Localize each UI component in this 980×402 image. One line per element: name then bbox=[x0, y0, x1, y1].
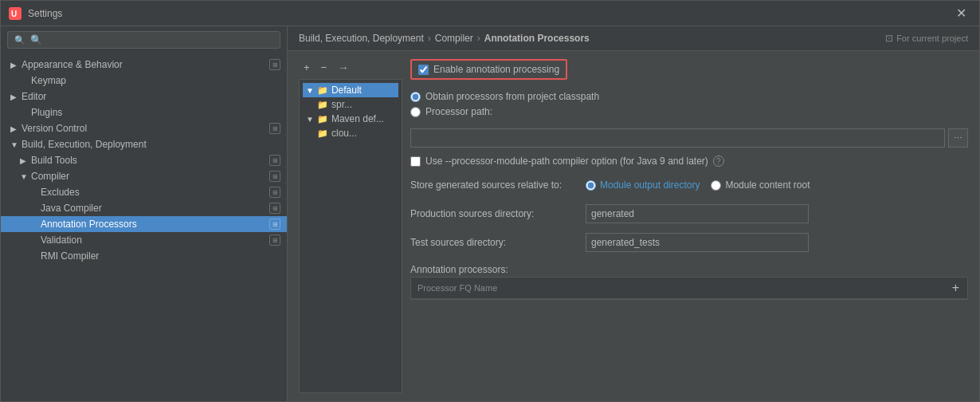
sidebar-item-label: Java Compiler bbox=[41, 203, 269, 214]
sidebar-item-label: Excludes bbox=[41, 187, 269, 198]
obtain-processors-label: Obtain processors from project classpath bbox=[425, 91, 599, 102]
sidebar-item-excludes[interactable]: Excludes ⊞ bbox=[1, 184, 287, 200]
sidebar-item-label: Version Control bbox=[22, 123, 269, 134]
processor-maven-item[interactable]: ▼ 📁 Maven def... bbox=[303, 112, 398, 126]
sidebar-item-validation[interactable]: Validation ⊞ bbox=[1, 232, 287, 248]
breadcrumb-part3: Annotation Processors bbox=[484, 33, 590, 44]
module-content-root-radio[interactable] bbox=[711, 180, 721, 191]
folder-icon: 📁 bbox=[317, 100, 328, 110]
right-panel: Build, Execution, Deployment › Compiler … bbox=[288, 26, 979, 401]
processor-path-radio[interactable] bbox=[410, 107, 421, 117]
sidebar-item-label: RMI Compiler bbox=[41, 250, 280, 262]
path-input-row: ⋯ bbox=[410, 128, 968, 148]
add-button[interactable]: + bbox=[299, 59, 315, 76]
use-processor-module-row: Use --processor-module-path compiler opt… bbox=[410, 156, 968, 167]
sidebar-item-label: Editor bbox=[22, 91, 280, 102]
enable-annotation-checkbox[interactable] bbox=[418, 65, 429, 75]
store-generated-label: Store generated sources relative to: bbox=[410, 179, 578, 191]
app-icon: U bbox=[9, 7, 22, 20]
settings-window: U Settings ✕ 🔍 ▶ Appearance & Behavior ⊞ bbox=[0, 0, 980, 402]
processor-cloud-item[interactable]: 📁 clou... bbox=[303, 126, 398, 140]
processor-maven-label: Maven def... bbox=[331, 113, 384, 124]
remove-button[interactable]: − bbox=[316, 59, 332, 76]
navigate-button[interactable]: → bbox=[333, 59, 353, 76]
sidebar-item-editor[interactable]: ▶ Editor bbox=[1, 89, 287, 104]
use-processor-module-label: Use --processor-module-path compiler opt… bbox=[425, 156, 708, 167]
sidebar-item-compiler[interactable]: ▼ Compiler ⊞ bbox=[1, 168, 287, 184]
annotation-table: Processor FQ Name + bbox=[410, 277, 968, 300]
badge-icon: ⊞ bbox=[269, 203, 280, 214]
arrow-icon: ▶ bbox=[10, 61, 22, 69]
svg-text:U: U bbox=[11, 10, 17, 18]
store-generated-options: Module output directory Module content r… bbox=[586, 179, 809, 191]
sidebar-item-annotation-processors[interactable]: Annotation Processors ⊞ bbox=[1, 216, 287, 232]
arrow-icon: ▶ bbox=[10, 124, 22, 133]
panel-content: + − → ▼ 📁 Default 📁 bbox=[288, 51, 979, 401]
processor-path-label: Processor path: bbox=[425, 106, 492, 117]
badge-icon: ⊞ bbox=[269, 171, 280, 182]
module-output-label: Module output directory bbox=[600, 179, 700, 191]
sidebar-item-java-compiler[interactable]: Java Compiler ⊞ bbox=[1, 200, 287, 216]
production-sources-input[interactable] bbox=[586, 204, 809, 223]
store-generated-row: Store generated sources relative to: Mod… bbox=[410, 175, 968, 195]
annotation-processors-label: Annotation processors: bbox=[410, 261, 968, 277]
breadcrumb-part2: Compiler bbox=[435, 33, 473, 44]
enable-annotation-label: Enable annotation processing bbox=[433, 64, 559, 75]
sidebar-item-label: Build, Execution, Deployment bbox=[22, 139, 280, 150]
project-label-text: For current project bbox=[896, 34, 968, 43]
arrow-icon: ▶ bbox=[20, 156, 31, 165]
expand-arrow-icon: ▼ bbox=[306, 115, 314, 124]
path-browse-button[interactable]: ⋯ bbox=[948, 128, 968, 148]
sidebar-item-build-tools[interactable]: ▶ Build Tools ⊞ bbox=[1, 152, 287, 168]
sidebar-item-label: Annotation Processors bbox=[41, 219, 269, 230]
processor-spring-label: spr... bbox=[331, 99, 352, 110]
search-box[interactable]: 🔍 bbox=[7, 31, 280, 49]
badge-icon: ⊞ bbox=[269, 59, 280, 70]
enable-annotation-row: Enable annotation processing bbox=[410, 59, 567, 80]
breadcrumb-sep2: › bbox=[477, 33, 480, 44]
obtain-processors-radio[interactable] bbox=[410, 92, 421, 102]
processor-default-label: Default bbox=[331, 85, 362, 96]
add-processor-button[interactable]: + bbox=[951, 281, 961, 295]
title-bar: U Settings ✕ bbox=[1, 1, 979, 26]
search-icon: 🔍 bbox=[14, 35, 25, 45]
annotation-processors-section: Annotation processors: Processor FQ Name… bbox=[410, 261, 968, 300]
sidebar-item-appearance[interactable]: ▶ Appearance & Behavior ⊞ bbox=[1, 57, 287, 73]
processor-path-input[interactable] bbox=[410, 128, 945, 148]
module-output-option: Module output directory bbox=[586, 179, 700, 191]
processor-path-row: Processor path: bbox=[410, 106, 968, 117]
badge-icon: ⊞ bbox=[269, 235, 280, 246]
processor-default-item[interactable]: ▼ 📁 Default bbox=[303, 83, 398, 97]
settings-panel: Enable annotation processing Obtain proc… bbox=[410, 59, 968, 393]
sidebar-item-rmi-compiler[interactable]: RMI Compiler bbox=[1, 248, 287, 264]
test-sources-label: Test sources directory: bbox=[410, 237, 578, 248]
help-icon[interactable]: ? bbox=[713, 156, 724, 167]
badge-icon: ⊞ bbox=[269, 155, 280, 166]
sidebar-item-build-execution[interactable]: ▼ Build, Execution, Deployment bbox=[1, 136, 287, 152]
test-sources-row: Test sources directory: bbox=[410, 232, 968, 253]
sidebar-item-label: Compiler bbox=[31, 171, 269, 182]
badge-icon: ⊞ bbox=[269, 123, 280, 134]
sidebar-item-version-control[interactable]: ▶ Version Control ⊞ bbox=[1, 120, 287, 136]
sidebar-item-keymap[interactable]: Keymap bbox=[1, 73, 287, 89]
sidebar-item-label: Plugins bbox=[31, 107, 280, 118]
window-title: Settings bbox=[28, 8, 951, 19]
module-output-radio[interactable] bbox=[586, 180, 596, 191]
folder-icon: 📁 bbox=[317, 114, 328, 124]
processor-tree-panel: + − → ▼ 📁 Default 📁 bbox=[299, 59, 402, 393]
use-processor-module-checkbox[interactable] bbox=[410, 156, 421, 167]
breadcrumb-sep1: › bbox=[428, 33, 431, 44]
sidebar-item-plugins[interactable]: Plugins bbox=[1, 104, 287, 120]
sidebar-tree: ▶ Appearance & Behavior ⊞ Keymap ▶ Edito… bbox=[1, 53, 287, 401]
arrow-icon: ▼ bbox=[20, 172, 31, 181]
production-sources-label: Production sources directory: bbox=[410, 208, 578, 219]
test-sources-input[interactable] bbox=[586, 233, 809, 252]
folder-icon: 📁 bbox=[317, 128, 328, 139]
sidebar-item-label: Appearance & Behavior bbox=[22, 59, 269, 70]
processor-spring-item[interactable]: 📁 spr... bbox=[303, 97, 398, 112]
processor-fq-name-header: Processor FQ Name bbox=[417, 283, 951, 293]
badge-icon: ⊞ bbox=[269, 187, 280, 198]
close-button[interactable]: ✕ bbox=[951, 4, 971, 22]
folder-icon: 📁 bbox=[317, 85, 328, 96]
search-input[interactable] bbox=[30, 34, 273, 45]
